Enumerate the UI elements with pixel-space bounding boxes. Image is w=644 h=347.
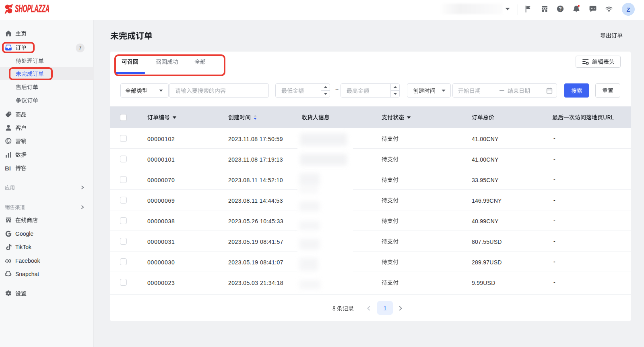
svg-text:?: ? — [559, 6, 561, 12]
